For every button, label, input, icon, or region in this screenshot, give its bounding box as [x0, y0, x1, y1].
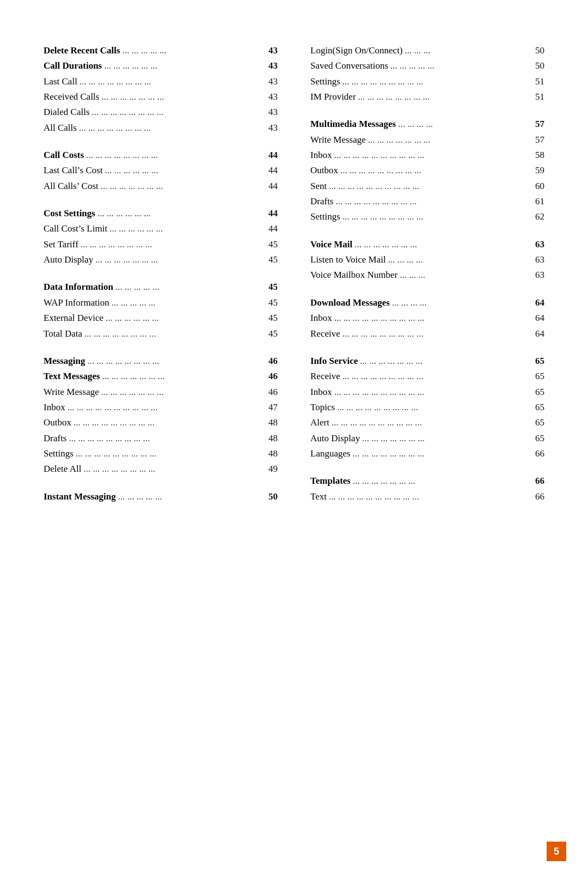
entry-dots: ... ... ... ... [392, 296, 533, 310]
entry-dots: ... ... ... ... ... ... ... [353, 474, 533, 488]
section-gap [44, 268, 278, 280]
entry-label: Delete All [44, 462, 81, 476]
entry-page: 64 [535, 327, 544, 341]
entry-page: 49 [268, 462, 278, 476]
entry-label: Cost Settings [44, 206, 95, 221]
entry-page: 65 [535, 400, 544, 415]
toc-entry: Last Call ... ... ... ... ... ... ... ..… [44, 75, 278, 89]
entry-label: Call Costs [44, 148, 84, 162]
entry-page: 45 [268, 253, 278, 267]
section-gap [310, 284, 544, 296]
toc-entry: Cost Settings ... ... ... ... ... ...44 [44, 206, 278, 221]
entry-label: External Device [44, 311, 103, 325]
entry-dots: ... ... ... ... ... ... ... ... ... ... [334, 311, 533, 325]
toc-entry: Messaging ... ... ... ... ... ... ... ..… [44, 354, 278, 368]
entry-page: 44 [268, 206, 278, 221]
entry-page: 48 [268, 416, 278, 430]
entry-label: Multimedia Messages [310, 117, 396, 131]
entry-dots: ... ... ... [405, 44, 533, 58]
entry-page: 66 [535, 490, 544, 504]
entry-dots: ... ... ... [400, 268, 533, 282]
toc-entry: Sent ... ... ... ... ... ... ... ... ...… [310, 179, 544, 193]
entry-page: 50 [268, 490, 278, 504]
toc-entry: Voice Mail ... ... ... ... ... ... ...63 [310, 238, 544, 252]
toc-entry: Instant Messaging ... ... ... ... ...50 [44, 490, 278, 504]
entry-label: Call Cost’s Limit [44, 222, 107, 236]
entry-page: 51 [535, 90, 544, 104]
entry-page: 64 [535, 311, 544, 325]
toc-entry: Saved Conversations ... ... ... ... ...5… [310, 59, 544, 73]
entry-page: 46 [268, 354, 278, 368]
entry-dots: ... ... ... ... ... ... ... ... [92, 105, 266, 119]
entry-label: Inbox [310, 311, 332, 325]
toc-entry: Info Service ... ... ... ... ... ... ...… [310, 354, 544, 368]
entry-dots: ... ... ... ... [388, 253, 533, 267]
toc-entry: Write Message ... ... ... ... ... ... ..… [310, 133, 544, 147]
toc-entry: Settings ... ... ... ... ... ... ... ...… [310, 210, 544, 224]
toc-entry: Languages ... ... ... ... ... ... ... ..… [310, 447, 544, 461]
entry-page: 46 [268, 369, 278, 383]
entry-page: 59 [535, 163, 544, 178]
toc-entry: Drafts ... ... ... ... ... ... ... ... .… [44, 431, 278, 446]
entry-page: 43 [268, 121, 278, 135]
entry-dots: ... ... ... ... ... ... ... ... ... [335, 194, 533, 209]
toc-entry: Delete All ... ... ... ... ... ... ... .… [44, 462, 278, 476]
entry-dots: ... ... ... ... ... ... ... ... ... [69, 431, 266, 446]
toc-entry: Received Calls ... ... ... ... ... ... .… [44, 90, 278, 104]
entry-label: Saved Conversations [310, 59, 388, 73]
toc-entry: IM Provider ... ... ... ... ... ... ... … [310, 90, 544, 104]
toc-entry: Outbox ... ... ... ... ... ... ... ... .… [44, 416, 278, 430]
section-gap [310, 342, 544, 354]
entry-label: Sent [310, 179, 327, 193]
entry-dots: ... ... ... ... ... ... ... ... ... [342, 369, 533, 383]
entry-page: 64 [535, 296, 544, 310]
entry-page: 57 [535, 133, 544, 147]
entry-page: 51 [535, 75, 544, 89]
entry-page: 57 [535, 117, 544, 131]
entry-label: Call Durations [44, 59, 102, 73]
entry-dots: ... ... ... ... ... ... ... ... ... ... [334, 148, 533, 162]
entry-dots: ... ... ... ... ... ... ... ... ... [342, 75, 533, 89]
entry-dots: ... ... ... ... ... ... ... ... [86, 148, 266, 162]
entry-dots: ... ... ... ... ... ... ... [354, 238, 533, 252]
section-gap [44, 478, 278, 490]
entry-page: 44 [268, 179, 278, 193]
entry-label: Topics [310, 400, 335, 415]
toc-entry: Inbox ... ... ... ... ... ... ... ... ..… [310, 148, 544, 162]
toc-entry: Text ... ... ... ... ... ... ... ... ...… [310, 490, 544, 504]
toc-entry: WAP Information ... ... ... ... ...45 [44, 296, 278, 310]
entry-label: Messaging [44, 354, 85, 368]
entry-page: 45 [268, 327, 278, 341]
entry-dots: ... ... ... ... ... ... [106, 311, 266, 325]
entry-page: 65 [535, 416, 544, 430]
entry-page: 43 [268, 75, 278, 89]
entry-dots: ... ... ... ... ... ... ... ... ... [76, 447, 266, 461]
entry-dots: ... ... ... ... ... ... [97, 206, 266, 221]
entry-dots: ... ... ... ... ... ... [105, 163, 266, 178]
entry-page: 45 [268, 296, 278, 310]
entry-page: 50 [535, 44, 544, 58]
entry-dots: ... ... ... ... ... ... ... [362, 431, 533, 446]
entry-label: Receive [310, 369, 340, 383]
entry-label: Outbox [310, 163, 338, 178]
entry-dots: ... ... ... ... ... ... [109, 222, 266, 236]
entry-page: 58 [535, 148, 544, 162]
entry-dots: ... ... ... ... ... ... ... [101, 90, 266, 104]
entry-label: Drafts [310, 194, 333, 209]
entry-page: 44 [268, 148, 278, 162]
toc-entry: Auto Display ... ... ... ... ... ... ...… [44, 253, 278, 267]
entry-label: Data Information [44, 280, 113, 294]
entry-page: 60 [535, 179, 544, 193]
entry-page: 45 [268, 280, 278, 294]
entry-dots: ... ... ... ... ... ... ... ... ... [342, 327, 533, 341]
toc-entry: All Calls’ Cost ... ... ... ... ... ... … [44, 179, 278, 193]
toc-entry: Login(Sign On/Connect) ... ... ...50 [310, 44, 544, 58]
entry-dots: ... ... ... ... ... ... ... [368, 133, 533, 147]
entry-dots: ... ... ... ... ... ... ... ... ... [74, 416, 266, 430]
entry-dots: ... ... ... ... ... ... ... ... [79, 121, 266, 135]
entry-label: Voice Mailbox Number [310, 268, 397, 282]
toc-entry: Auto Display ... ... ... ... ... ... ...… [310, 431, 544, 446]
entry-label: Set Tariff [44, 238, 78, 252]
toc-entry: Receive ... ... ... ... ... ... ... ... … [310, 369, 544, 383]
toc-entry: Delete Recent Calls ... ... ... ... ...4… [44, 44, 278, 58]
